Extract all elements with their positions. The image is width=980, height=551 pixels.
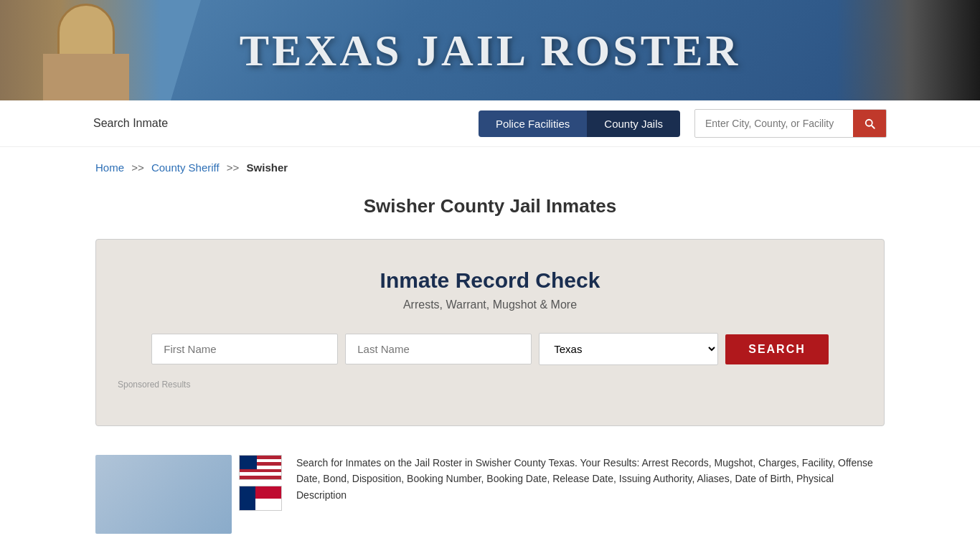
facility-search-wrap bbox=[694, 109, 887, 138]
breadcrumb-home[interactable]: Home bbox=[95, 161, 124, 174]
nav-buttons: Police Facilities County Jails bbox=[479, 110, 680, 137]
county-jails-button[interactable]: County Jails bbox=[587, 110, 680, 137]
first-name-input[interactable] bbox=[151, 334, 338, 364]
sponsored-label: Sponsored Results bbox=[118, 380, 862, 390]
breadcrumb-sep2: >> bbox=[227, 161, 240, 174]
banner-building-body bbox=[43, 54, 129, 100]
site-title: Texas Jail Roster bbox=[240, 25, 741, 76]
bottom-building-image bbox=[95, 455, 232, 534]
content-area: Home >> County Sheriff >> Swisher Swishe… bbox=[81, 147, 899, 541]
nav-bar: Search Inmate Police Facilities County J… bbox=[0, 100, 980, 147]
us-flag-canton bbox=[240, 456, 257, 469]
texas-flag-blue bbox=[240, 486, 255, 510]
breadcrumb-county-sheriff[interactable]: County Sheriff bbox=[151, 161, 220, 174]
breadcrumb-current: Swisher bbox=[247, 161, 288, 174]
breadcrumb-sep1: >> bbox=[131, 161, 144, 174]
record-box-title: Inmate Record Check bbox=[118, 268, 862, 293]
flag-wrap bbox=[239, 455, 282, 534]
search-icon bbox=[863, 117, 876, 130]
banner-dome bbox=[57, 4, 115, 61]
bottom-section: Search for Inmates on the Jail Roster in… bbox=[95, 448, 885, 541]
bottom-image-wrap bbox=[95, 455, 282, 534]
texas-flag-right bbox=[255, 486, 281, 510]
facility-search-input[interactable] bbox=[695, 110, 853, 136]
banner-right-overlay bbox=[837, 0, 980, 100]
texas-flag-red bbox=[255, 486, 281, 499]
header-banner: Texas Jail Roster bbox=[0, 0, 980, 100]
state-select[interactable]: AlabamaAlaskaArizonaArkansasCaliforniaCo… bbox=[539, 333, 718, 365]
breadcrumb: Home >> County Sheriff >> Swisher bbox=[95, 147, 885, 181]
inmate-search-form: AlabamaAlaskaArizonaArkansasCaliforniaCo… bbox=[118, 333, 862, 365]
texas-flag bbox=[239, 486, 282, 511]
last-name-input[interactable] bbox=[345, 334, 532, 364]
us-flag bbox=[239, 455, 282, 480]
texas-flag-white bbox=[255, 499, 281, 511]
facility-search-button[interactable] bbox=[853, 110, 886, 137]
police-facilities-button[interactable]: Police Facilities bbox=[479, 110, 587, 137]
inmate-record-box: Inmate Record Check Arrests, Warrant, Mu… bbox=[95, 239, 885, 426]
bottom-description: Search for Inmates on the Jail Roster in… bbox=[296, 455, 885, 503]
search-inmate-label: Search Inmate bbox=[93, 117, 168, 130]
record-box-subtitle: Arrests, Warrant, Mugshot & More bbox=[118, 298, 862, 311]
inmate-search-button[interactable]: SEARCH bbox=[725, 334, 829, 364]
page-title: Swisher County Jail Inmates bbox=[95, 195, 885, 217]
